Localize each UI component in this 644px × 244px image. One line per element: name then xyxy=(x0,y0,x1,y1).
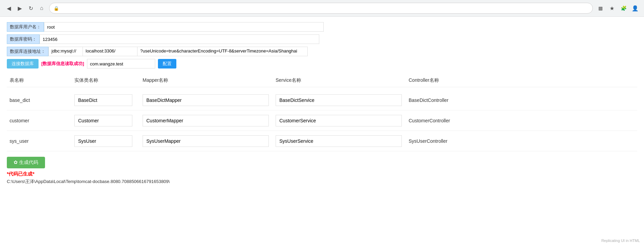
cell-service xyxy=(273,134,406,148)
mapper-input[interactable] xyxy=(143,94,269,106)
forward-button[interactable]: ▶ xyxy=(15,3,25,13)
entity-input[interactable] xyxy=(74,115,132,126)
profile-button[interactable]: 👤 xyxy=(630,3,640,13)
cell-table-name: customer xyxy=(7,117,72,125)
table-row: sys_user SysUserController xyxy=(7,131,637,151)
cast-button[interactable]: ▩ xyxy=(596,3,605,13)
th-service: Service名称 xyxy=(273,76,406,85)
table-row: base_dict BaseDictController xyxy=(7,90,637,110)
db-pass-row: 数据库密码： xyxy=(7,34,637,44)
cell-table-name: sys_user xyxy=(7,137,72,145)
lock-icon: 🔒 xyxy=(54,6,59,11)
th-mapper: Mapper名称 xyxy=(140,76,273,85)
extensions-button[interactable]: 🧩 xyxy=(619,3,628,13)
cell-service xyxy=(273,113,406,128)
table-row: customer CustomerController xyxy=(7,110,637,131)
nav-buttons: ◀ ▶ ↻ ⌂ xyxy=(4,3,46,13)
service-input[interactable] xyxy=(276,135,402,147)
th-entity: 实体类名称 xyxy=(72,76,140,85)
db-user-label: 数据库用户名： xyxy=(7,22,44,32)
db-url-label: 数据库连接地址： xyxy=(7,47,48,56)
db-pass-label: 数据库密码： xyxy=(7,34,40,44)
page-content: 数据库用户名： 数据库密码： 数据库连接地址： jdbc:mysql:// lo… xyxy=(0,17,644,244)
entity-input[interactable] xyxy=(74,94,132,106)
action-row: 连接数据库 [数据库信息读取成功] 配置 xyxy=(7,59,637,68)
success-message: [数据库信息读取成功] xyxy=(41,61,84,67)
table-header: 表名称 实体类名称 Mapper名称 Service名称 Controller名… xyxy=(7,74,637,87)
db-url-params: ?useUnicode=true&characterEncoding=UTF-8… xyxy=(137,47,308,56)
cell-controller: CustomerController xyxy=(406,117,501,125)
config-button[interactable]: 配置 xyxy=(158,59,176,68)
service-input[interactable] xyxy=(276,115,402,126)
th-controller: Controller名称 xyxy=(406,76,501,85)
browser-actions: ▩ ★ 🧩 👤 xyxy=(596,3,640,13)
th-table-name: 表名称 xyxy=(7,76,72,85)
cell-entity xyxy=(72,93,140,107)
result-path: C:\Users\王泽\AppData\Local\Temp\tomcat-do… xyxy=(7,179,637,185)
page-footer: Replicating UI in HTML xyxy=(601,239,640,243)
db-user-input[interactable] xyxy=(44,22,324,32)
result-success: *代码已生成* xyxy=(7,171,637,177)
connect-button[interactable]: 连接数据库 xyxy=(7,59,39,68)
cell-mapper xyxy=(140,134,273,148)
mapper-input[interactable] xyxy=(143,115,269,126)
cell-controller: SysUserController xyxy=(406,137,501,145)
cell-controller: BaseDictController xyxy=(406,96,501,104)
cell-mapper xyxy=(140,93,273,107)
browser-chrome: ◀ ▶ ↻ ⌂ 🔒 localhost:8080 ▩ ★ 🧩 👤 xyxy=(0,0,644,17)
bookmark-button[interactable]: ★ xyxy=(607,3,617,13)
db-url-row: 数据库连接地址： jdbc:mysql:// localhost:3306/ ?… xyxy=(7,47,637,56)
footer-hint: Replicating UI in HTML xyxy=(601,239,640,243)
cell-mapper xyxy=(140,113,273,128)
db-url-prefix: jdbc:mysql:// xyxy=(48,47,83,56)
url-input[interactable]: localhost:8080 xyxy=(61,5,588,11)
refresh-button[interactable]: ↻ xyxy=(26,3,35,13)
mapper-input[interactable] xyxy=(143,135,269,147)
home-button[interactable]: ⌂ xyxy=(37,3,46,13)
cell-table-name: base_dict xyxy=(7,96,72,104)
cell-entity xyxy=(72,134,140,148)
package-input[interactable] xyxy=(87,59,155,68)
address-bar: 🔒 localhost:8080 xyxy=(49,3,593,14)
service-input[interactable] xyxy=(276,94,402,106)
table-body: base_dict BaseDictController customer C xyxy=(7,90,637,151)
cell-service xyxy=(273,93,406,107)
entity-input[interactable] xyxy=(74,135,132,147)
generate-button[interactable]: ✿ 生成代码 xyxy=(7,157,45,168)
cell-entity xyxy=(72,113,140,128)
db-pass-input[interactable] xyxy=(40,34,319,44)
db-user-row: 数据库用户名： xyxy=(7,22,637,32)
db-url-host: localhost:3306/ xyxy=(83,47,137,56)
back-button[interactable]: ◀ xyxy=(4,3,14,13)
